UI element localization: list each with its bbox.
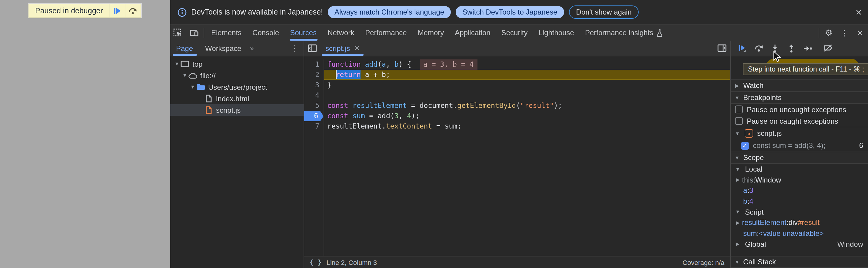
step-button[interactable] <box>800 40 816 56</box>
tab-network[interactable]: Network <box>322 25 360 41</box>
step-out-button[interactable] <box>783 40 800 56</box>
more-options-icon[interactable]: ⋮ <box>836 25 852 41</box>
scope-group-local[interactable]: ▼Local <box>731 164 868 175</box>
variable-name: b <box>743 197 747 206</box>
tree-item-file-[interactable]: ▼file:// <box>170 70 304 81</box>
always-match-language-button[interactable]: Always match Chrome's language <box>328 6 451 18</box>
dont-show-again-button[interactable]: Don't show again <box>569 5 639 19</box>
tab-application[interactable]: Application <box>449 25 496 41</box>
step-over-button[interactable] <box>750 40 767 56</box>
section-watch[interactable]: ▶Watch <box>731 80 868 92</box>
checkbox-unchecked[interactable] <box>735 106 743 113</box>
section-call-stack[interactable]: ▼Call Stack <box>731 256 868 268</box>
scope-expander-icon[interactable]: ▼ <box>735 167 741 172</box>
section-expander-icon[interactable]: ▼ <box>734 95 740 100</box>
section-title: Call Stack <box>743 258 776 266</box>
checkbox-unchecked[interactable] <box>735 117 743 125</box>
breakpoint-file-group[interactable]: ▼‹›script.js <box>731 127 868 140</box>
tree-item-top[interactable]: ▼top <box>170 58 304 70</box>
code-line-4[interactable] <box>324 90 730 101</box>
scope-var-this[interactable]: ▶this: Window <box>731 175 868 185</box>
scope-expander-icon[interactable]: ▼ <box>735 209 741 215</box>
line-number[interactable]: 5 <box>304 101 323 111</box>
tab-workspace[interactable]: Workspace <box>199 41 248 56</box>
resume-script-button[interactable] <box>109 4 125 17</box>
navigator-menu-icon[interactable]: ⋮ <box>286 41 304 56</box>
expand-icon[interactable]: ▶ <box>736 220 742 226</box>
code-line-6[interactable]: const sum = add(3, 4); <box>324 111 730 121</box>
group-expander-icon[interactable]: ▼ <box>735 131 740 136</box>
tab-performance-insights[interactable]: Performance insights <box>580 25 668 41</box>
scope-group-global[interactable]: ▶GlobalWindow <box>731 239 868 249</box>
section-breakpoints[interactable]: ▼Breakpoints <box>731 92 868 104</box>
deactivate-breakpoints-button[interactable] <box>820 40 836 56</box>
tab-page[interactable]: Page <box>170 41 199 56</box>
more-tabs-icon[interactable]: » <box>248 41 256 56</box>
exception-toggle-1[interactable]: Pause on caught exceptions <box>731 115 868 127</box>
exception-toggle-0[interactable]: Pause on uncaught exceptions <box>731 104 868 115</box>
scope-expander-icon[interactable]: ▶ <box>735 241 741 247</box>
line-number[interactable]: 3 <box>304 80 323 90</box>
section-expander-icon[interactable]: ▼ <box>734 259 740 265</box>
tab-performance[interactable]: Performance <box>360 25 412 41</box>
tree-item-users-user-project[interactable]: ▼Users/user/project <box>170 81 304 93</box>
scope-var-sum[interactable]: sum: <value unavailable> <box>731 228 868 239</box>
breakpoint-checkbox-checked[interactable]: ✓ <box>741 142 749 149</box>
tab-lighthouse[interactable]: Lighthouse <box>533 25 579 41</box>
tree-item-index-html[interactable]: index.html <box>170 93 304 104</box>
settings-gear-icon[interactable]: ⚙ <box>821 25 836 41</box>
code-editor[interactable]: 1234567 function add(a, b) {a = 3, b = 4… <box>304 56 730 256</box>
infobar-close-icon[interactable]: ✕ <box>855 8 862 16</box>
line-number[interactable]: 1 <box>304 59 323 70</box>
scope-var-b[interactable]: b: 4 <box>731 196 868 206</box>
code-line-1[interactable]: function add(a, b) {a = 3, b = 4 <box>324 59 730 70</box>
line-number[interactable]: 4 <box>304 90 323 101</box>
resume-button[interactable] <box>734 40 750 56</box>
code-token: a + b; <box>361 70 390 79</box>
line-number[interactable]: 2 <box>304 70 323 80</box>
code-line-7[interactable]: resultElement.textContent = sum; <box>324 121 730 131</box>
scope-var-a[interactable]: a: 3 <box>731 185 868 196</box>
pretty-print-icon[interactable]: { } <box>310 258 322 266</box>
expander-icon[interactable]: ▼ <box>189 84 196 90</box>
scope-group-script[interactable]: ▼Script <box>731 206 868 217</box>
switch-devtools-japanese-button[interactable]: Switch DevTools to Japanese <box>456 6 564 18</box>
breakpoint-entry[interactable]: ✓const sum = add(3, 4);6 <box>731 140 868 152</box>
tab-memory[interactable]: Memory <box>412 25 450 41</box>
tree-item-script-js[interactable]: script.js <box>170 104 304 116</box>
section-expander-icon[interactable]: ▼ <box>734 155 740 160</box>
separator: : <box>757 229 759 238</box>
section-scope[interactable]: ▼Scope <box>731 152 868 164</box>
code-token: add <box>365 60 378 68</box>
navigator-toggle-icon[interactable] <box>304 41 320 56</box>
tab-close-icon[interactable]: ✕ <box>354 44 360 52</box>
tab-label: Security <box>501 29 528 37</box>
code-token: const <box>327 112 348 120</box>
hide-debugger-pane-icon[interactable] <box>714 41 730 56</box>
editor-code[interactable]: function add(a, b) {a = 3, b = 4 return … <box>323 59 730 256</box>
variable-name: this <box>742 176 753 184</box>
code-line-2[interactable]: return a + b; <box>324 70 730 80</box>
step-over-button[interactable] <box>125 4 141 17</box>
code-line-5[interactable]: const resultElement = document.getElemen… <box>324 101 730 111</box>
editor-tab-script-js[interactable]: script.js ✕ <box>320 41 365 56</box>
tab-label: Performance <box>365 29 407 37</box>
scope-var-resultelement[interactable]: ▶resultElement: div#result <box>731 217 868 228</box>
device-toolbar-icon[interactable] <box>186 25 202 41</box>
editor-gutter[interactable]: 1234567 <box>304 59 323 256</box>
expander-icon[interactable]: ▼ <box>182 73 188 78</box>
code-line-3[interactable]: } <box>324 80 730 90</box>
tab-console[interactable]: Console <box>247 25 284 41</box>
section-expander-icon[interactable]: ▶ <box>734 83 740 88</box>
expander-icon[interactable]: ▼ <box>174 61 180 67</box>
devtools-close-icon[interactable]: ✕ <box>852 25 868 41</box>
variable-name: sum <box>743 229 757 238</box>
line-number[interactable]: 7 <box>304 121 323 131</box>
tab-sources[interactable]: Sources <box>284 25 322 41</box>
code-token: ) { <box>399 60 411 68</box>
tab-elements[interactable]: Elements <box>206 25 247 41</box>
expand-icon[interactable]: ▶ <box>736 177 742 183</box>
tab-security[interactable]: Security <box>496 25 533 41</box>
breakpoint-badge[interactable]: 6 <box>304 111 323 121</box>
inspect-element-icon[interactable] <box>170 25 186 41</box>
